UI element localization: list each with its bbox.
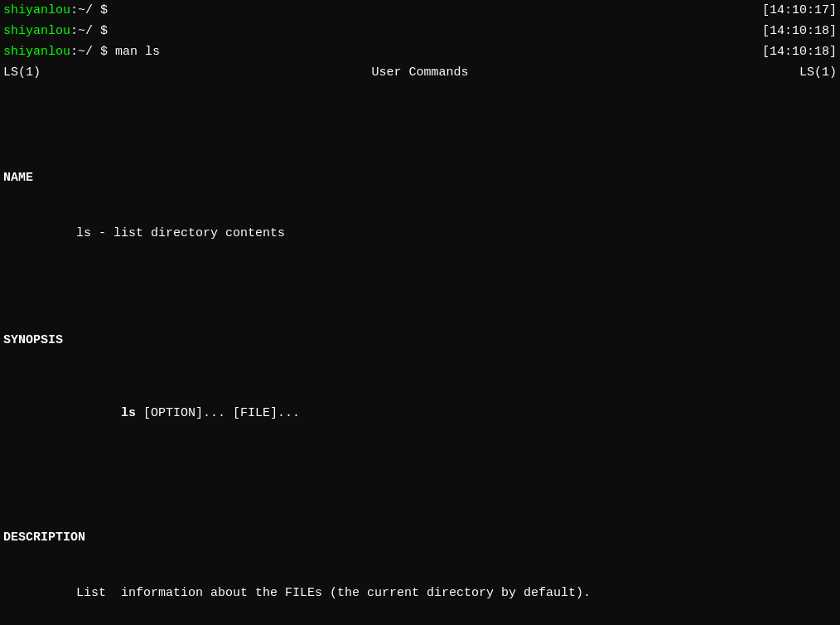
name-section: NAME ls - list directory contents <box>0 118 840 280</box>
synopsis-cmd: ls <box>121 406 136 420</box>
username-3: shiyanlou <box>3 43 70 61</box>
name-body: ls - list directory contents <box>76 225 837 242</box>
man-header-right: LS(1) <box>799 64 837 81</box>
prompt-dollar-3: $ <box>93 43 115 61</box>
username-1: shiyanlou <box>3 2 70 19</box>
prompt-dollar-1: $ <box>93 2 115 19</box>
synopsis-body: ls [OPTION]... [FILE]... <box>76 387 837 439</box>
description-section: DESCRIPTION List information about the F… <box>0 477 840 625</box>
prompt-left-2: shiyanlou:~/ $ <box>3 22 115 40</box>
prompt-line-1: shiyanlou:~/ $ [14:10:17] <box>0 0 840 21</box>
command-3: man ls <box>115 43 160 61</box>
terminal: shiyanlou:~/ $ [14:10:17] shiyanlou:~/ $… <box>0 0 840 625</box>
man-header-left: LS(1) <box>3 64 41 81</box>
description-heading: DESCRIPTION <box>3 529 837 546</box>
timestamp-1: [14:10:17] <box>762 2 837 19</box>
prompt-separator-2: :~/ <box>70 22 93 40</box>
prompt-left-3: shiyanlou:~/ $ man ls <box>3 43 160 61</box>
prompt-line-2: shiyanlou:~/ $ [14:10:18] <box>0 21 840 41</box>
prompt-separator-3: :~/ <box>70 43 93 61</box>
prompt-line-3: shiyanlou:~/ $ man ls [14:10:18] <box>0 41 840 62</box>
synopsis-heading: SYNOPSIS <box>3 332 837 349</box>
timestamp-3: [14:10:18] <box>762 43 837 61</box>
blank-after-header2 <box>0 100 840 118</box>
username-2: shiyanlou <box>3 22 70 40</box>
man-header: LS(1) User Commands LS(1) <box>0 62 840 83</box>
prompt-dollar-2: $ <box>93 22 115 40</box>
synopsis-section: SYNOPSIS ls [OPTION]... [FILE]... <box>0 280 840 477</box>
man-header-center: User Commands <box>371 64 468 81</box>
synopsis-rest: [OPTION]... [FILE]... <box>136 406 300 420</box>
timestamp-2: [14:10:18] <box>762 22 837 40</box>
prompt-left-1: shiyanlou:~/ $ <box>3 2 115 19</box>
description-body1: List information about the FILEs (the cu… <box>76 584 837 602</box>
blank-after-header <box>0 83 840 100</box>
prompt-separator-1: :~/ <box>70 2 93 19</box>
name-heading: NAME <box>3 169 837 187</box>
